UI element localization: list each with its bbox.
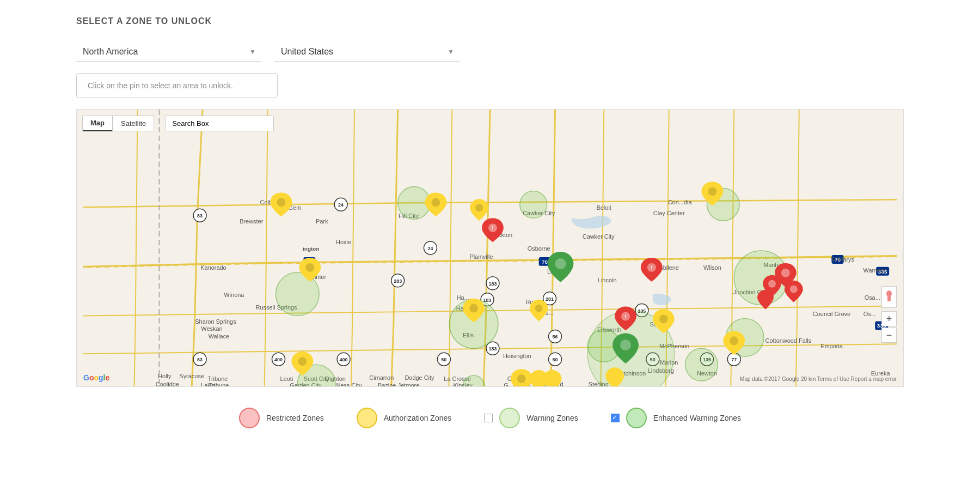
svg-text:Bazine: Bazine — [378, 382, 396, 386]
page-container: SELECT A ZONE TO UNLOCK North America So… — [0, 0, 980, 456]
map-background: 70 70 70 83 24 24 283 183 281 — [77, 110, 903, 386]
svg-text:Wallace: Wallace — [209, 333, 230, 340]
svg-text:Winona: Winona — [224, 292, 244, 298]
legend-enhanced-icon — [626, 408, 647, 428]
svg-point-130 — [520, 191, 547, 218]
legend-warning: Warning Zones — [484, 408, 578, 428]
map-tab-satellite[interactable]: Satellite — [113, 116, 154, 131]
svg-text:Wamego: Wamego — [863, 267, 887, 274]
svg-text:Brewster: Brewster — [240, 218, 264, 225]
legend-enhanced-label: Enhanced Warning Zones — [653, 414, 741, 422]
svg-text:Cimarron: Cimarron — [369, 374, 394, 381]
svg-text:Osa...: Osa... — [865, 294, 880, 301]
svg-point-157 — [555, 258, 566, 269]
svg-rect-161 — [887, 296, 891, 301]
svg-text:Hoisington: Hoisington — [503, 353, 531, 359]
map-svg: 70 70 70 83 24 24 283 183 281 — [77, 110, 903, 386]
svg-text:Plainville: Plainville — [469, 253, 493, 260]
svg-text:Ness City: Ness City — [336, 382, 362, 386]
svg-point-155 — [517, 374, 526, 383]
svg-point-151 — [469, 304, 478, 313]
page-title: SELECT A ZONE TO UNLOCK — [76, 16, 904, 26]
country-dropdown-wrapper: United States Canada Mexico ▼ — [274, 41, 460, 62]
svg-point-147 — [431, 198, 440, 207]
map-controls: Map Satellite — [82, 115, 274, 131]
svg-text:Beloit: Beloit — [596, 204, 611, 211]
svg-text:Clay Center: Clay Center — [653, 210, 685, 216]
svg-text:83: 83 — [197, 213, 203, 219]
svg-text:70: 70 — [542, 259, 548, 265]
google-logo: Google — [83, 373, 109, 382]
svg-text:283: 283 — [394, 278, 402, 284]
legend-restricted: Restricted Zones — [239, 408, 324, 428]
svg-point-150 — [305, 263, 314, 272]
svg-text:St Marys: St Marys — [831, 256, 855, 263]
legend-row: Restricted Zones Authorization Zones War… — [76, 402, 904, 434]
map-search-input[interactable] — [165, 116, 274, 131]
zoom-out-button[interactable]: − — [881, 328, 897, 343]
svg-text:Hoxie: Hoxie — [336, 239, 351, 245]
svg-text:24: 24 — [427, 246, 433, 251]
svg-text:Con...dia: Con...dia — [668, 199, 693, 205]
svg-text:Leoti: Leoti — [280, 375, 293, 382]
svg-text:83: 83 — [197, 357, 203, 362]
svg-text:183: 183 — [489, 281, 497, 287]
svg-text:!: ! — [492, 225, 493, 231]
svg-point-148 — [475, 204, 483, 211]
map-container: 70 70 70 83 24 24 283 183 281 — [76, 109, 904, 387]
legend-authorization: Authorization Zones — [357, 408, 452, 428]
zoom-controls: + − — [881, 286, 897, 343]
svg-point-135 — [790, 286, 798, 293]
svg-text:77: 77 — [731, 357, 737, 362]
svg-point-152 — [535, 305, 543, 312]
country-dropdown[interactable]: United States Canada Mexico — [274, 41, 460, 62]
svg-text:Ha...: Ha... — [457, 294, 469, 301]
svg-text:183: 183 — [489, 346, 497, 351]
legend-enhanced-checkbox[interactable] — [611, 414, 620, 422]
svg-text:Park: Park — [316, 218, 328, 225]
svg-text:400: 400 — [340, 357, 348, 362]
svg-point-158 — [620, 340, 631, 350]
svg-text:Os...: Os... — [863, 311, 876, 317]
map-copyright: Map data ©2017 Google 20 km Terms of Use… — [740, 376, 897, 382]
legend-restricted-icon — [239, 408, 260, 428]
svg-text:400: 400 — [274, 357, 283, 362]
google-attribution: Google — [83, 373, 109, 382]
svg-text:Syracuse: Syracuse — [179, 373, 204, 379]
svg-text:56: 56 — [553, 334, 558, 340]
region-dropdown-wrapper: North America South America Europe Asia … — [76, 41, 261, 62]
legend-warning-checkbox[interactable] — [484, 414, 493, 422]
svg-text:Council Grove: Council Grove — [813, 311, 850, 317]
svg-point-134 — [768, 280, 776, 288]
svg-point-153 — [659, 315, 668, 324]
svg-text:281: 281 — [546, 296, 554, 302]
legend-warning-icon — [499, 408, 520, 428]
svg-text:!: ! — [624, 313, 626, 319]
svg-text:Weskan: Weskan — [201, 325, 222, 332]
svg-text:Osborne: Osborne — [528, 245, 550, 252]
legend-authorization-label: Authorization Zones — [384, 414, 452, 422]
svg-text:Coolidge: Coolidge — [156, 381, 179, 386]
svg-text:Wilson: Wilson — [703, 264, 721, 271]
svg-text:50: 50 — [553, 357, 558, 362]
svg-text:Lincoln: Lincoln — [598, 277, 617, 283]
street-view-button[interactable] — [881, 286, 897, 308]
svg-text:Cawker City: Cawker City — [583, 233, 615, 240]
svg-text:Emporia: Emporia — [820, 343, 843, 349]
legend-authorization-icon — [357, 408, 377, 428]
svg-point-154 — [298, 357, 307, 366]
region-dropdown[interactable]: North America South America Europe Asia … — [76, 41, 261, 62]
dropdowns-row: North America South America Europe Asia … — [76, 41, 904, 62]
svg-text:Tribune: Tribune — [208, 375, 228, 382]
svg-text:Kanorado: Kanorado — [200, 264, 226, 271]
zoom-in-button[interactable]: + — [881, 311, 897, 326]
svg-text:Cottonwood Falls: Cottonwood Falls — [765, 337, 812, 344]
svg-text:!: ! — [651, 264, 652, 270]
legend-warning-label: Warning Zones — [526, 414, 578, 422]
svg-text:Sharon Springs: Sharon Springs — [195, 318, 236, 325]
svg-text:24: 24 — [338, 202, 344, 208]
legend-restricted-label: Restricted Zones — [266, 414, 324, 422]
map-tab-map[interactable]: Map — [82, 115, 113, 131]
svg-text:50: 50 — [441, 357, 446, 362]
svg-text:Dodge City: Dodge City — [405, 374, 434, 381]
